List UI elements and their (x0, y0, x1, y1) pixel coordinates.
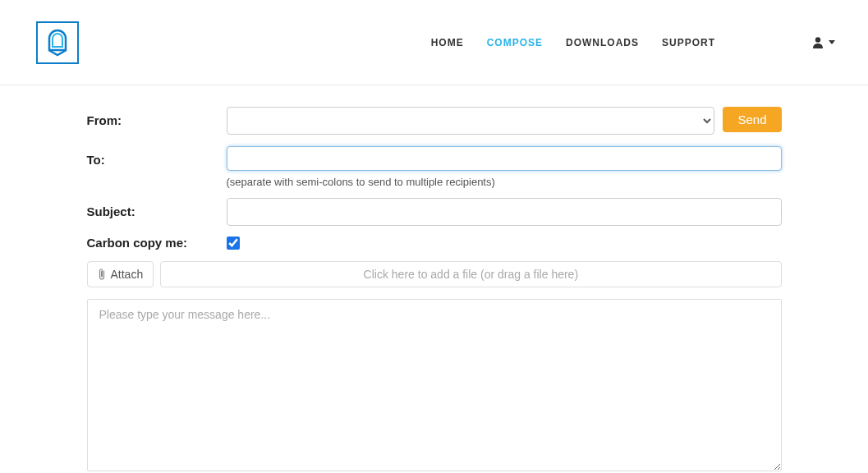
brand-logo[interactable] (36, 21, 79, 64)
nav-compose[interactable]: COMPOSE (487, 37, 543, 48)
attach-button-label: Attach (111, 268, 144, 281)
cc-label: Carbon copy me: (87, 236, 227, 250)
message-textarea[interactable] (87, 299, 782, 471)
from-select[interactable] (227, 107, 715, 135)
attach-button[interactable]: Attach (87, 261, 154, 287)
subject-label: Subject: (87, 198, 227, 218)
compose-form: From: Send To: (separate with semi-colon… (77, 85, 792, 473)
chevron-down-icon (829, 40, 835, 44)
user-icon (812, 36, 824, 49)
from-label: From: (87, 107, 227, 127)
subject-input[interactable] (227, 198, 782, 226)
app-header: HOME COMPOSE DOWNLOADS SUPPORT (0, 0, 868, 85)
logo-icon (45, 29, 70, 57)
svg-point-0 (815, 37, 820, 42)
cc-checkbox[interactable] (227, 236, 240, 250)
main-nav: HOME COMPOSE DOWNLOADS SUPPORT (431, 36, 835, 49)
paperclip-icon (98, 268, 106, 281)
send-button[interactable]: Send (723, 107, 781, 132)
to-label: To: (87, 146, 227, 167)
nav-support[interactable]: SUPPORT (662, 37, 715, 48)
to-input[interactable] (227, 146, 782, 171)
to-helper-text: (separate with semi-colons to send to mu… (227, 176, 782, 188)
user-menu[interactable] (812, 36, 835, 49)
nav-home[interactable]: HOME (431, 37, 464, 48)
nav-downloads[interactable]: DOWNLOADS (566, 37, 639, 48)
file-dropzone[interactable]: Click here to add a file (or drag a file… (160, 261, 781, 287)
